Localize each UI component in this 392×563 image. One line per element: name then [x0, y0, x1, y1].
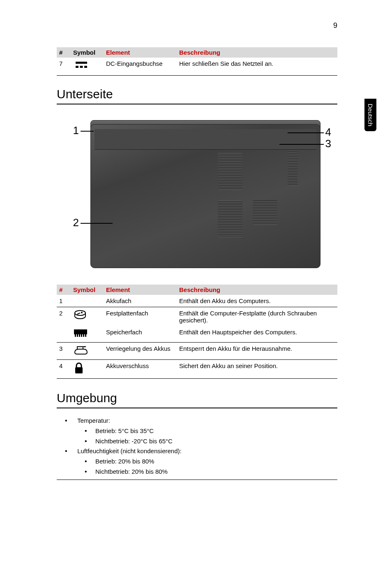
list-item: Luftfeuchtigkeit (nicht kondensierend): … [76, 446, 337, 477]
row-num: 2 [57, 307, 71, 327]
temp-label: Temperatur: [77, 417, 110, 424]
row-element: DC-Eingangsbuchse [104, 58, 177, 76]
empty-icon [71, 295, 104, 307]
divider [57, 408, 337, 408]
row-desc: Enthält den Hauptspeicher des Computers. [177, 326, 337, 343]
row-element: Akkufach [104, 295, 177, 307]
row-element: Festplattenfach [104, 307, 177, 327]
svg-rect-3 [84, 66, 87, 68]
lock-icon [71, 360, 104, 379]
row-num: 3 [57, 343, 71, 360]
diagram-label-2: 2 [73, 216, 79, 229]
row-desc: Hier schließen Sie das Netzteil an. [177, 58, 337, 76]
svg-rect-8 [77, 334, 78, 337]
dc-jack-icon [71, 58, 104, 76]
diagram-label-4: 4 [325, 126, 331, 139]
row-num: 1 [57, 295, 71, 307]
humidity-label: Luftfeuchtigkeit (nicht kondensierend): [77, 447, 181, 454]
row-num [57, 326, 71, 343]
svg-rect-13 [75, 367, 83, 373]
svg-rect-11 [83, 334, 84, 337]
environment-list: Temperatur: Betrieb: 5°C bis 35°C Nichtb… [76, 416, 337, 477]
th-symbol: Symbol [71, 285, 104, 295]
row-num: 7 [57, 58, 71, 76]
diagram-container: 1 2 4 3 [57, 112, 337, 272]
table-row: Speicherfach Enthält den Hauptspeicher d… [57, 326, 337, 343]
th-symbol: Symbol [71, 47, 104, 58]
table-row: 4 Akkuverschluss Sichert den Akku an sei… [57, 360, 337, 379]
table-row: 1 Akkufach Enthält den Akku des Computer… [57, 295, 337, 307]
svg-rect-2 [80, 66, 83, 68]
row-element: Akkuverschluss [104, 360, 177, 379]
diagram-label-1: 1 [73, 124, 79, 137]
row-desc: Sichert den Akku an seiner Position. [177, 360, 337, 379]
svg-rect-7 [75, 334, 76, 337]
hdd-icon [71, 307, 104, 327]
table-row: 3 Verriegelung des Akkus Entsperrt den A… [57, 343, 337, 360]
heading-umgebung: Umgebung [57, 391, 337, 406]
row-desc: Enthält die Computer-Festplatte (durch S… [177, 307, 337, 327]
heading-unterseite: Unterseite [57, 87, 337, 102]
list-item: Nichtbetrieb: 20% bis 80% [95, 467, 337, 477]
row-element: Speicherfach [104, 326, 177, 343]
list-item: Betrieb: 20% bis 80% [95, 456, 337, 467]
svg-rect-1 [76, 66, 78, 68]
row-desc: Enthält den Akku des Computers. [177, 295, 337, 307]
language-tab: Deutsch [364, 99, 376, 131]
svg-rect-9 [79, 334, 80, 337]
top-table: # Symbol Element Beschreibung 7 DC-Einga… [57, 47, 337, 76]
table-row: 2 Festplattenfach Enthält die Computer-F… [57, 307, 337, 327]
row-desc: Entsperrt den Akku für die Herausnahme. [177, 343, 337, 360]
row-num: 4 [57, 360, 71, 379]
divider [57, 104, 337, 104]
th-desc: Beschreibung [177, 47, 337, 58]
memory-icon [71, 326, 104, 343]
diagram-label-3: 3 [325, 137, 331, 150]
svg-rect-6 [74, 329, 87, 334]
svg-rect-12 [85, 334, 86, 337]
page-number: 9 [333, 21, 337, 30]
list-item: Nichtbetrieb: -20°C bis 65°C [95, 436, 337, 447]
th-hash: # [57, 285, 71, 295]
battery-release-icon [71, 343, 104, 360]
bottom-table: # Symbol Element Beschreibung 1 Akkufach… [57, 285, 337, 379]
row-element: Verriegelung des Akkus [104, 343, 177, 360]
th-element: Element [104, 285, 177, 295]
laptop-bottom-diagram: 1 2 4 3 [66, 112, 329, 272]
svg-rect-10 [81, 334, 82, 337]
th-element: Element [104, 47, 177, 58]
page-content: # Symbol Element Beschreibung 7 DC-Einga… [57, 47, 337, 480]
svg-point-5 [81, 312, 83, 313]
list-item: Betrieb: 5°C bis 35°C [95, 426, 337, 436]
list-item: Temperatur: Betrieb: 5°C bis 35°C Nichtb… [76, 416, 337, 446]
svg-rect-0 [76, 62, 87, 64]
table-row: 7 DC-Eingangsbuchse Hier schließen Sie d… [57, 58, 337, 76]
th-desc: Beschreibung [177, 285, 337, 295]
divider [57, 480, 337, 480]
th-hash: # [57, 47, 71, 58]
